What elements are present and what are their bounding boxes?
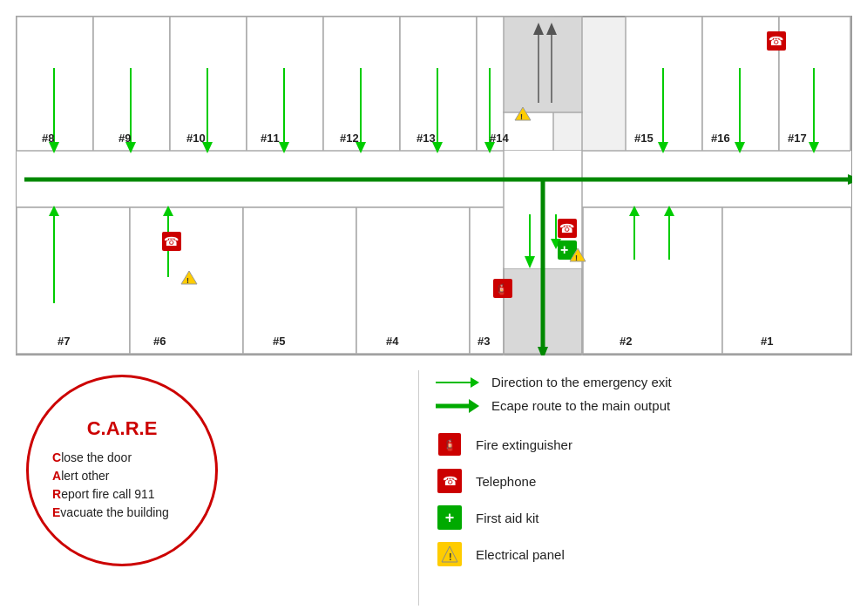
- svg-text:#14: #14: [490, 132, 509, 145]
- legend-label-first-aid: First aid kit: [476, 511, 539, 525]
- divider: [418, 370, 419, 606]
- electrical-icon: !: [437, 542, 462, 566]
- care-letter-e: E: [52, 505, 60, 519]
- svg-rect-21: [583, 207, 722, 354]
- fire-ext-icon: 🧯: [438, 433, 461, 456]
- first-aid-icon: +: [437, 505, 462, 530]
- svg-text:☎: ☎: [164, 234, 179, 248]
- legend-electrical-icon: !: [436, 540, 464, 568]
- svg-marker-27: [848, 174, 852, 185]
- legend-label-telephone: Telephone: [476, 474, 536, 489]
- svg-text:#11: #11: [261, 132, 280, 145]
- svg-rect-8: [504, 17, 582, 112]
- svg-text:!: !: [449, 552, 452, 562]
- svg-text:#6: #6: [153, 335, 166, 348]
- floorplan: #8 #9 #10 #11 #12 #13 #14 #15 #16 #17 #7…: [16, 16, 852, 355]
- svg-text:🧯: 🧯: [495, 282, 508, 295]
- svg-text:#8: #8: [42, 132, 54, 145]
- legend: Direction to the emergency exit Ecape ro…: [436, 375, 837, 577]
- care-letter-a: A: [52, 469, 61, 483]
- svg-text:!: !: [186, 276, 189, 285]
- care-letter-c: C: [52, 450, 61, 464]
- care-line-2: Alert other: [52, 469, 192, 483]
- svg-text:#15: #15: [634, 132, 654, 145]
- svg-text:#7: #7: [58, 335, 70, 348]
- arrow-thin-icon: [436, 376, 479, 389]
- legend-telephone-icon: ☎: [436, 467, 464, 495]
- legend-first-aid-icon: +: [436, 504, 464, 531]
- legend-item-arrow-thick: Ecape route to the main output: [436, 398, 837, 413]
- care-line-1: Close the door: [52, 450, 192, 464]
- svg-rect-22: [722, 207, 851, 354]
- care-line-3: Report fire call 911: [52, 487, 192, 501]
- svg-text:#17: #17: [788, 132, 807, 145]
- telephone-icon: ☎: [437, 469, 462, 493]
- svg-text:#9: #9: [119, 132, 131, 145]
- svg-text:!: !: [575, 254, 578, 262]
- care-letter-r: R: [52, 487, 61, 501]
- care-circle: C.A.R.E Close the door Alert other Repor…: [26, 375, 218, 566]
- arrow-thick-icon: [436, 400, 479, 412]
- svg-text:#13: #13: [417, 132, 436, 145]
- svg-rect-17: [243, 207, 356, 354]
- svg-rect-15: [17, 207, 130, 354]
- legend-label-arrow-thick: Ecape route to the main output: [491, 398, 670, 413]
- legend-label-fire-ext: Fire extinguisher: [476, 437, 572, 452]
- svg-text:#10: #10: [186, 132, 206, 145]
- legend-fire-ext-icon: 🧯: [436, 430, 464, 458]
- care-line-4: Evacuate the building: [52, 505, 192, 519]
- svg-text:!: !: [520, 112, 523, 121]
- legend-item-first-aid: + First aid kit: [436, 504, 837, 531]
- svg-text:☎: ☎: [769, 34, 783, 48]
- svg-text:+: +: [560, 242, 568, 257]
- svg-text:#2: #2: [620, 335, 632, 348]
- svg-text:#4: #4: [386, 335, 399, 348]
- legend-label-arrow-thin: Direction to the emergency exit: [491, 375, 672, 389]
- legend-item-telephone: ☎ Telephone: [436, 467, 837, 495]
- legend-item-arrow-thin: Direction to the emergency exit: [436, 375, 837, 389]
- legend-item-electrical: ! Electrical panel: [436, 540, 837, 568]
- svg-text:#12: #12: [340, 132, 359, 145]
- svg-rect-18: [356, 207, 470, 354]
- svg-text:#5: #5: [273, 335, 285, 348]
- svg-text:☎: ☎: [559, 221, 574, 235]
- legend-item-fire-ext: 🧯 Fire extinguisher: [436, 430, 837, 458]
- svg-text:#3: #3: [478, 335, 490, 348]
- care-title: C.A.R.E: [87, 417, 158, 440]
- svg-text:#16: #16: [711, 132, 730, 145]
- svg-text:#1: #1: [761, 335, 773, 348]
- legend-label-electrical: Electrical panel: [476, 547, 565, 562]
